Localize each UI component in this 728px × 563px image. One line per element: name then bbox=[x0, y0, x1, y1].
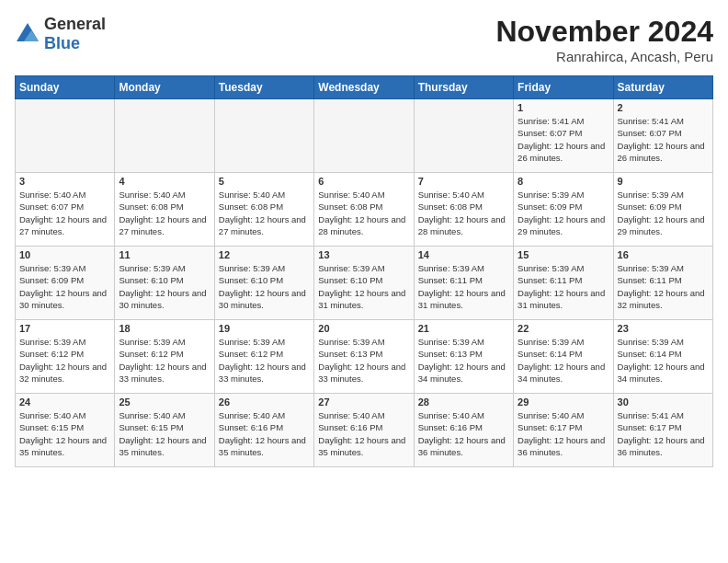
calendar-week-row: 10Sunrise: 5:39 AM Sunset: 6:09 PM Dayli… bbox=[16, 247, 713, 320]
calendar-header-row: SundayMondayTuesdayWednesdayThursdayFrid… bbox=[16, 76, 713, 99]
day-of-week-header: Tuesday bbox=[214, 76, 313, 99]
day-info: Sunrise: 5:39 AM Sunset: 6:10 PM Dayligh… bbox=[219, 262, 310, 311]
calendar-day-cell: 19Sunrise: 5:39 AM Sunset: 6:12 PM Dayli… bbox=[214, 320, 313, 394]
calendar-day-cell: 10Sunrise: 5:39 AM Sunset: 6:09 PM Dayli… bbox=[16, 247, 115, 320]
calendar-day-cell: 11Sunrise: 5:39 AM Sunset: 6:10 PM Dayli… bbox=[115, 247, 214, 320]
day-number: 10 bbox=[19, 249, 110, 260]
day-info: Sunrise: 5:40 AM Sunset: 6:16 PM Dayligh… bbox=[418, 409, 509, 458]
calendar-day-cell: 27Sunrise: 5:40 AM Sunset: 6:16 PM Dayli… bbox=[314, 394, 414, 467]
page-header: General Blue November 2024 Ranrahirca, A… bbox=[15, 15, 713, 64]
day-number: 27 bbox=[318, 396, 409, 408]
day-number: 30 bbox=[618, 396, 709, 408]
day-number: 16 bbox=[618, 249, 709, 260]
day-info: Sunrise: 5:40 AM Sunset: 6:16 PM Dayligh… bbox=[318, 409, 409, 458]
title-block: November 2024 Ranrahirca, Ancash, Peru bbox=[495, 15, 713, 64]
day-number: 3 bbox=[19, 176, 110, 187]
calendar-day-cell: 14Sunrise: 5:39 AM Sunset: 6:11 PM Dayli… bbox=[414, 247, 513, 320]
day-info: Sunrise: 5:41 AM Sunset: 6:17 PM Dayligh… bbox=[618, 409, 709, 458]
day-info: Sunrise: 5:40 AM Sunset: 6:08 PM Dayligh… bbox=[418, 189, 509, 237]
logo-icon bbox=[15, 21, 40, 47]
day-of-week-header: Thursday bbox=[414, 76, 513, 99]
day-info: Sunrise: 5:39 AM Sunset: 6:12 PM Dayligh… bbox=[219, 336, 310, 385]
calendar-day-cell: 12Sunrise: 5:39 AM Sunset: 6:10 PM Dayli… bbox=[214, 247, 313, 320]
day-number: 13 bbox=[318, 249, 409, 260]
calendar-week-row: 1Sunrise: 5:41 AM Sunset: 6:07 PM Daylig… bbox=[16, 99, 713, 173]
day-of-week-header: Monday bbox=[115, 76, 214, 99]
day-info: Sunrise: 5:39 AM Sunset: 6:11 PM Dayligh… bbox=[518, 262, 609, 311]
day-number: 28 bbox=[418, 396, 509, 408]
calendar-day-cell: 23Sunrise: 5:39 AM Sunset: 6:14 PM Dayli… bbox=[613, 320, 712, 394]
calendar-day-cell: 20Sunrise: 5:39 AM Sunset: 6:13 PM Dayli… bbox=[314, 320, 414, 394]
calendar-day-cell bbox=[414, 99, 513, 173]
day-info: Sunrise: 5:40 AM Sunset: 6:08 PM Dayligh… bbox=[219, 189, 310, 237]
day-info: Sunrise: 5:41 AM Sunset: 6:07 PM Dayligh… bbox=[518, 115, 609, 164]
day-info: Sunrise: 5:40 AM Sunset: 6:15 PM Dayligh… bbox=[119, 409, 210, 458]
day-of-week-header: Sunday bbox=[16, 76, 115, 99]
calendar-day-cell: 13Sunrise: 5:39 AM Sunset: 6:10 PM Dayli… bbox=[314, 247, 414, 320]
day-info: Sunrise: 5:40 AM Sunset: 6:08 PM Dayligh… bbox=[119, 189, 210, 237]
calendar-day-cell: 22Sunrise: 5:39 AM Sunset: 6:14 PM Dayli… bbox=[514, 320, 613, 394]
day-info: Sunrise: 5:39 AM Sunset: 6:14 PM Dayligh… bbox=[618, 336, 709, 385]
calendar-day-cell: 9Sunrise: 5:39 AM Sunset: 6:09 PM Daylig… bbox=[613, 173, 712, 247]
day-info: Sunrise: 5:40 AM Sunset: 6:17 PM Dayligh… bbox=[518, 409, 609, 458]
calendar-week-row: 24Sunrise: 5:40 AM Sunset: 6:15 PM Dayli… bbox=[16, 394, 713, 467]
day-info: Sunrise: 5:41 AM Sunset: 6:07 PM Dayligh… bbox=[618, 115, 709, 164]
day-number: 5 bbox=[219, 176, 310, 187]
location-subtitle: Ranrahirca, Ancash, Peru bbox=[495, 49, 713, 64]
day-info: Sunrise: 5:39 AM Sunset: 6:09 PM Dayligh… bbox=[19, 262, 110, 311]
day-number: 19 bbox=[219, 323, 310, 334]
calendar-day-cell: 26Sunrise: 5:40 AM Sunset: 6:16 PM Dayli… bbox=[214, 394, 313, 467]
day-number: 6 bbox=[318, 176, 409, 187]
calendar-day-cell: 1Sunrise: 5:41 AM Sunset: 6:07 PM Daylig… bbox=[514, 99, 613, 173]
day-number: 9 bbox=[618, 176, 709, 187]
day-info: Sunrise: 5:39 AM Sunset: 6:09 PM Dayligh… bbox=[618, 189, 709, 237]
month-title: November 2024 bbox=[495, 15, 713, 49]
day-info: Sunrise: 5:39 AM Sunset: 6:14 PM Dayligh… bbox=[518, 336, 609, 385]
day-number: 29 bbox=[518, 396, 609, 408]
logo-text: General Blue bbox=[44, 15, 106, 53]
logo-blue: Blue bbox=[44, 34, 106, 53]
calendar-day-cell: 7Sunrise: 5:40 AM Sunset: 6:08 PM Daylig… bbox=[414, 173, 513, 247]
day-info: Sunrise: 5:39 AM Sunset: 6:13 PM Dayligh… bbox=[418, 336, 509, 385]
calendar-day-cell: 18Sunrise: 5:39 AM Sunset: 6:12 PM Dayli… bbox=[115, 320, 214, 394]
day-number: 8 bbox=[518, 176, 609, 187]
logo: General Blue bbox=[15, 15, 106, 53]
calendar-day-cell: 8Sunrise: 5:39 AM Sunset: 6:09 PM Daylig… bbox=[514, 173, 613, 247]
calendar-day-cell: 3Sunrise: 5:40 AM Sunset: 6:07 PM Daylig… bbox=[16, 173, 115, 247]
day-number: 15 bbox=[518, 249, 609, 260]
calendar-day-cell: 16Sunrise: 5:39 AM Sunset: 6:11 PM Dayli… bbox=[613, 247, 712, 320]
day-number: 1 bbox=[518, 102, 609, 113]
day-info: Sunrise: 5:39 AM Sunset: 6:10 PM Dayligh… bbox=[119, 262, 210, 311]
calendar-day-cell: 6Sunrise: 5:40 AM Sunset: 6:08 PM Daylig… bbox=[314, 173, 414, 247]
day-number: 21 bbox=[418, 323, 509, 334]
calendar-day-cell bbox=[115, 99, 214, 173]
calendar-day-cell: 15Sunrise: 5:39 AM Sunset: 6:11 PM Dayli… bbox=[514, 247, 613, 320]
day-number: 22 bbox=[518, 323, 609, 334]
day-number: 18 bbox=[119, 323, 210, 334]
day-of-week-header: Wednesday bbox=[314, 76, 414, 99]
day-info: Sunrise: 5:40 AM Sunset: 6:08 PM Dayligh… bbox=[318, 189, 409, 237]
calendar-day-cell bbox=[16, 99, 115, 173]
day-info: Sunrise: 5:40 AM Sunset: 6:16 PM Dayligh… bbox=[219, 409, 310, 458]
day-of-week-header: Saturday bbox=[613, 76, 712, 99]
day-info: Sunrise: 5:39 AM Sunset: 6:10 PM Dayligh… bbox=[318, 262, 409, 311]
day-number: 11 bbox=[119, 249, 210, 260]
calendar-day-cell: 29Sunrise: 5:40 AM Sunset: 6:17 PM Dayli… bbox=[514, 394, 613, 467]
calendar-week-row: 3Sunrise: 5:40 AM Sunset: 6:07 PM Daylig… bbox=[16, 173, 713, 247]
day-info: Sunrise: 5:39 AM Sunset: 6:12 PM Dayligh… bbox=[19, 336, 110, 385]
calendar-day-cell: 4Sunrise: 5:40 AM Sunset: 6:08 PM Daylig… bbox=[115, 173, 214, 247]
day-number: 20 bbox=[318, 323, 409, 334]
calendar-day-cell: 5Sunrise: 5:40 AM Sunset: 6:08 PM Daylig… bbox=[214, 173, 313, 247]
day-info: Sunrise: 5:39 AM Sunset: 6:13 PM Dayligh… bbox=[318, 336, 409, 385]
day-number: 7 bbox=[418, 176, 509, 187]
calendar-day-cell: 2Sunrise: 5:41 AM Sunset: 6:07 PM Daylig… bbox=[613, 99, 712, 173]
calendar-week-row: 17Sunrise: 5:39 AM Sunset: 6:12 PM Dayli… bbox=[16, 320, 713, 394]
day-number: 12 bbox=[219, 249, 310, 260]
calendar-day-cell bbox=[314, 99, 414, 173]
day-number: 17 bbox=[19, 323, 110, 334]
day-number: 25 bbox=[119, 396, 210, 408]
day-number: 2 bbox=[618, 102, 709, 113]
calendar-day-cell: 25Sunrise: 5:40 AM Sunset: 6:15 PM Dayli… bbox=[115, 394, 214, 467]
calendar-table: SundayMondayTuesdayWednesdayThursdayFrid… bbox=[15, 75, 713, 467]
day-of-week-header: Friday bbox=[514, 76, 613, 99]
